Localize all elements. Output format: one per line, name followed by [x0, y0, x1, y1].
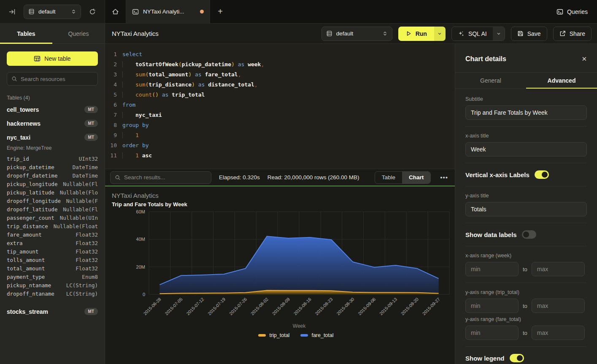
- share-label: Share: [570, 30, 585, 37]
- new-tab-button[interactable]: +: [210, 0, 230, 23]
- sql-ai-button-group: SQL AI: [451, 27, 505, 41]
- column-row: passenger_countNullable(UIn: [7, 213, 98, 222]
- toolbar-database-value: default: [336, 30, 378, 37]
- yaxis-title-input[interactable]: [465, 202, 587, 216]
- chart-panel: NYTaxi Analytics Trip and Fare Totals by…: [105, 186, 455, 364]
- yaxis-range-trip-max-input[interactable]: [532, 299, 585, 313]
- chart-details-panel: Chart details ✕ General Advanced Subtitl…: [455, 44, 597, 364]
- show-legend-label: Show legend: [465, 355, 505, 362]
- table-row[interactable]: cell_towersMT: [7, 102, 98, 116]
- sidebar-tab-queries[interactable]: Queries: [52, 24, 105, 43]
- show-legend-toggle[interactable]: [510, 354, 524, 362]
- xaxis-range-max-input[interactable]: [532, 262, 585, 276]
- yaxis-range-fare-max-input[interactable]: [532, 326, 585, 340]
- legend-item[interactable]: fare_total: [300, 332, 333, 338]
- table-row[interactable]: stocks_streamMT: [7, 305, 98, 318]
- table-row[interactable]: hackernewsMT: [7, 116, 98, 130]
- queries-link[interactable]: Queries: [556, 8, 588, 15]
- toolbar-database-selector[interactable]: default: [321, 27, 392, 41]
- svg-text:2015-08-02: 2015-08-02: [250, 297, 270, 316]
- svg-text:2015-09-06: 2015-09-06: [357, 297, 377, 316]
- tab-strip: NYTaxi Analyti... +: [105, 0, 556, 23]
- run-label: Run: [416, 30, 427, 37]
- range-to-label: to: [523, 266, 527, 272]
- xaxis-range-min-input[interactable]: [465, 262, 519, 276]
- run-options-button[interactable]: [434, 27, 446, 41]
- line-number: 9: [105, 132, 117, 138]
- more-options-button[interactable]: •••: [438, 174, 450, 181]
- sql-editor[interactable]: 1select2toStartOfWeek(pickup_datetime) a…: [105, 44, 455, 169]
- play-icon: [405, 30, 412, 37]
- chart-title: NYTaxi Analytics: [112, 192, 455, 199]
- line-number: 10: [105, 142, 117, 148]
- show-data-labels-toggle[interactable]: [522, 230, 536, 239]
- subtitle-input[interactable]: [465, 105, 587, 120]
- table-engine-badge: MT: [84, 134, 98, 141]
- xaxis-title-input[interactable]: [465, 142, 587, 156]
- share-button[interactable]: Share: [553, 27, 592, 41]
- sql-line: 2toStartOfWeek(pickup_datetime) as week,: [105, 59, 455, 69]
- new-table-label: New table: [44, 55, 70, 62]
- sidebar: Tables Queries New table Tables (4) cell…: [0, 24, 105, 364]
- sql-line: 7nyc_taxi: [105, 110, 455, 120]
- tab-title: NYTaxi Analyti...: [143, 8, 196, 15]
- line-number: 4: [105, 81, 117, 88]
- yaxis-range-trip-min-input[interactable]: [465, 299, 519, 313]
- database-selector[interactable]: default: [24, 5, 81, 19]
- sidebar-search-input[interactable]: [21, 76, 93, 82]
- refresh-icon[interactable]: [86, 5, 99, 18]
- tables-section-label: Tables (4): [0, 86, 105, 101]
- sql-ai-button[interactable]: SQL AI: [452, 27, 493, 40]
- vertical-xaxis-labels-toggle[interactable]: [535, 170, 549, 179]
- view-table-button[interactable]: Table: [375, 172, 402, 183]
- collapse-sidebar-icon[interactable]: [6, 5, 19, 18]
- svg-text:40M: 40M: [136, 237, 145, 242]
- column-row: payment_typeEnum8: [7, 272, 98, 281]
- view-chart-button[interactable]: Chart: [402, 172, 430, 183]
- chart-details-tabs: General Advanced: [455, 73, 597, 89]
- line-number: 8: [105, 122, 117, 128]
- query-title: NYTaxi Analytics: [112, 30, 159, 37]
- table-engine-badge: MT: [84, 106, 98, 113]
- home-button[interactable]: [105, 0, 126, 23]
- tab-general[interactable]: General: [455, 73, 526, 88]
- svg-text:Week: Week: [293, 323, 306, 329]
- sql-line: 6from: [105, 100, 455, 110]
- tab-nytaxi-analytics[interactable]: NYTaxi Analyti...: [126, 0, 210, 23]
- results-bar: Elapsed: 0.320s Read: 20,000,000 rows (2…: [105, 169, 455, 186]
- yaxis-range-fare-label: y-axis range (fare_total): [465, 316, 587, 322]
- elapsed-stat: Elapsed: 0.320s: [219, 174, 260, 181]
- save-button[interactable]: Save: [511, 27, 547, 41]
- column-row: dropoff_latitudeNullable(Fl: [7, 205, 98, 213]
- svg-text:20M: 20M: [136, 264, 145, 270]
- column-row: dropoff_datetimeDateTime: [7, 171, 98, 180]
- column-row: extraFloat32: [7, 239, 98, 247]
- search-icon: [115, 175, 121, 181]
- sql-ai-options-button[interactable]: [493, 27, 505, 40]
- column-row: pickup_latitudeNullable(Flo: [7, 188, 98, 197]
- new-table-button[interactable]: New table: [7, 51, 98, 66]
- queries-icon: [556, 8, 563, 15]
- table-icon: [34, 55, 41, 62]
- chart-details-body: Subtitle x-axis title Vertical x-axis La…: [455, 89, 597, 363]
- run-button[interactable]: Run: [398, 27, 434, 41]
- results-search-input[interactable]: [124, 174, 207, 181]
- chart[interactable]: 020M40M60M2015-06-282015-07-052015-07-12…: [112, 209, 455, 332]
- column-row: tip_amountFloat32: [7, 247, 98, 256]
- legend-item[interactable]: trip_total: [258, 332, 289, 338]
- unsaved-changes-dot: [200, 10, 204, 13]
- center-pane: 1select2toStartOfWeek(pickup_datetime) a…: [105, 44, 455, 364]
- svg-text:2015-08-09: 2015-08-09: [271, 297, 291, 316]
- database-icon: [326, 30, 332, 37]
- sql-line: 5count() as trip_total: [105, 89, 455, 100]
- column-row: dropoff_ntanameLC(String): [7, 289, 98, 298]
- view-toggle: Table Chart: [375, 171, 431, 184]
- table-engine-detail: Engine: MergeTree: [7, 144, 98, 154]
- sql-line: 8group by: [105, 120, 455, 130]
- sidebar-tab-tables[interactable]: Tables: [0, 24, 52, 43]
- yaxis-range-fare-min-input[interactable]: [465, 326, 519, 340]
- range-to-label: to: [523, 303, 527, 309]
- table-row[interactable]: nyc_taxiMT: [7, 130, 98, 144]
- tab-advanced[interactable]: Advanced: [526, 73, 597, 88]
- close-icon[interactable]: ✕: [581, 55, 587, 63]
